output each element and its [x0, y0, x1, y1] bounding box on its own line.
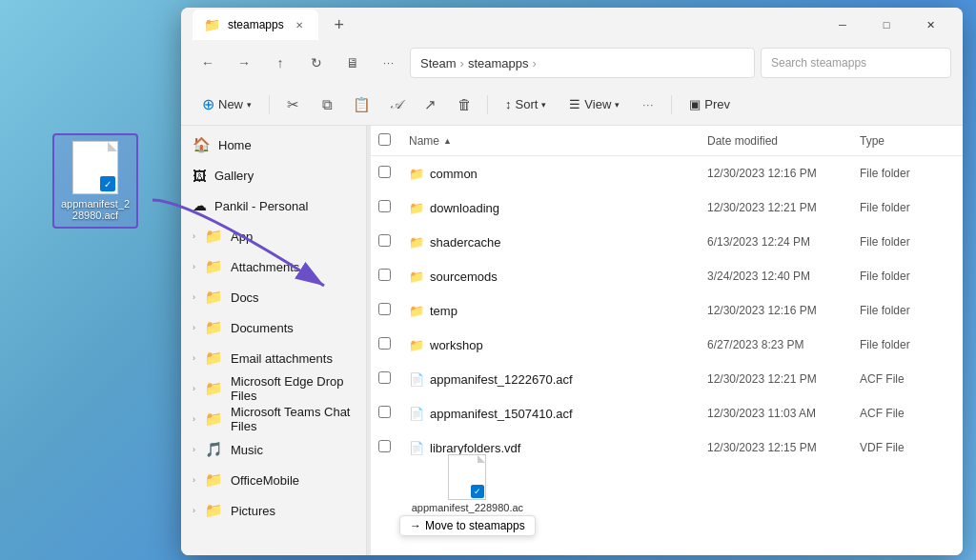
- sidebar-label-edge-drop: Microsoft Edge Drop Files: [231, 374, 355, 403]
- new-tab-button[interactable]: +: [326, 11, 353, 38]
- sidebar-label-gallery: Gallery: [214, 169, 254, 183]
- table-row[interactable]: 📄appmanifest_1222670.acf 12/30/2023 12:2…: [371, 362, 963, 396]
- file-type: ACF File: [860, 372, 955, 386]
- row-checkbox[interactable]: [378, 303, 409, 318]
- gallery-icon: 🖼: [193, 168, 207, 184]
- sidebar-item-music[interactable]: › 🎵 Music: [181, 434, 366, 465]
- desktop-file-icon: ✓ appmanifest_228980.acf: [52, 133, 138, 229]
- drag-area: ✓ appmanifest_228980.ac → Move to steama…: [371, 465, 963, 541]
- sidebar-item-edge-drop[interactable]: › 📁 Microsoft Edge Drop Files: [181, 373, 366, 404]
- sort-button[interactable]: ↕ Sort ▾: [496, 90, 556, 120]
- forward-button[interactable]: →: [229, 48, 259, 78]
- nav-bar: ← → ↑ ↻ 🖥 ··· Steam › steamapps › Search…: [181, 42, 963, 84]
- sidebar-label-app: App: [231, 230, 253, 244]
- breadcrumb-steamapps[interactable]: steamapps: [468, 56, 529, 70]
- breadcrumb-sep2: ›: [533, 56, 537, 70]
- sidebar: 🏠 Home 🖼 Gallery ☁ Pankil - Personal › 📁…: [181, 126, 367, 555]
- nav-more-button[interactable]: ···: [374, 48, 404, 78]
- sidebar-item-app[interactable]: › 📁 App: [181, 221, 366, 251]
- new-label: New: [218, 97, 243, 111]
- up-button[interactable]: ↑: [265, 48, 295, 78]
- folder-icon: 📁: [409, 167, 424, 181]
- breadcrumb-steam[interactable]: Steam: [420, 56, 457, 70]
- refresh-button[interactable]: ↻: [301, 48, 332, 78]
- file-date: 12/30/2023 11:03 AM: [707, 407, 860, 420]
- table-row[interactable]: 📁temp 12/30/2023 12:16 PM File folder: [371, 293, 963, 328]
- row-checkbox[interactable]: [378, 269, 409, 284]
- chevron-icon: ›: [193, 292, 195, 302]
- back-button[interactable]: ←: [193, 48, 223, 78]
- row-checkbox[interactable]: [378, 406, 409, 421]
- file-name: 📄appmanifest_1507410.acf: [409, 407, 707, 421]
- table-row[interactable]: 📁shadercache 6/13/2023 12:24 PM File fol…: [371, 225, 963, 259]
- paste-button[interactable]: 📋: [346, 90, 376, 120]
- rename-button[interactable]: 𝒜: [380, 90, 411, 120]
- folder-icon: 📁: [409, 304, 424, 318]
- row-checkbox[interactable]: [378, 337, 409, 352]
- more-options-button[interactable]: ···: [633, 90, 663, 120]
- sidebar-item-home[interactable]: 🏠 Home: [181, 130, 366, 160]
- row-checkbox[interactable]: [378, 440, 409, 455]
- table-row[interactable]: 📄appmanifest_1507410.acf 12/30/2023 11:0…: [371, 396, 963, 430]
- breadcrumb-bar[interactable]: Steam › steamapps ›: [410, 48, 755, 78]
- sidebar-item-personal[interactable]: ☁ Pankil - Personal: [181, 190, 366, 221]
- sidebar-item-documents[interactable]: › 📁 Documents: [181, 312, 366, 343]
- sidebar-label-docs: Docs: [231, 290, 259, 305]
- toolbar-separator-3: [671, 95, 672, 114]
- search-box[interactable]: Search steamapps: [761, 48, 951, 78]
- sidebar-label-music: Music: [231, 443, 263, 457]
- active-tab[interactable]: 📁 steamapps ✕: [193, 10, 318, 40]
- sidebar-item-email-attachments[interactable]: › 📁 Email attachments: [181, 343, 366, 373]
- table-row[interactable]: 📁downloading 12/30/2023 12:21 PM File fo…: [371, 190, 963, 225]
- folder-icon: 📁: [205, 350, 223, 367]
- delete-button[interactable]: 🗑: [449, 90, 479, 120]
- toolbar-separator-2: [487, 95, 488, 114]
- table-row[interactable]: 📁workshop 6/27/2023 8:23 PM File folder: [371, 328, 963, 362]
- file-date: 12/30/2023 12:21 PM: [707, 372, 860, 386]
- date-column-header[interactable]: Date modified: [707, 134, 860, 148]
- preview-pane-button[interactable]: ▣ Prev: [680, 90, 740, 120]
- folder-icon: 📁: [205, 289, 223, 306]
- name-column-header[interactable]: Name ▲: [409, 134, 707, 148]
- checkbox-header[interactable]: [378, 133, 409, 149]
- row-checkbox[interactable]: [378, 166, 409, 181]
- sidebar-item-officemobile[interactable]: › 📁 OfficeMobile: [181, 465, 366, 495]
- new-button[interactable]: ⊕ New ▾: [193, 90, 261, 120]
- cut-button[interactable]: ✂: [277, 90, 308, 120]
- share-button[interactable]: ↗: [415, 90, 445, 120]
- tab-close-button[interactable]: ✕: [292, 17, 307, 32]
- minimize-button[interactable]: ─: [822, 10, 864, 40]
- preview-label: Prev: [704, 97, 730, 111]
- view-icon: ☰: [569, 97, 580, 111]
- table-row[interactable]: 📄libraryfolders.vdf 12/30/2023 12:15 PM …: [371, 430, 963, 465]
- desktop-icon-label: appmanifest_228980.acf: [60, 198, 131, 221]
- file-date: 12/30/2023 12:21 PM: [707, 201, 860, 214]
- maximize-button[interactable]: □: [865, 10, 907, 40]
- row-checkbox[interactable]: [378, 371, 409, 387]
- sidebar-item-pictures[interactable]: › 📁 Pictures: [181, 495, 366, 526]
- drag-file-label: appmanifest_228980.ac: [412, 502, 523, 513]
- main-content: 🏠 Home 🖼 Gallery ☁ Pankil - Personal › 📁…: [181, 126, 963, 555]
- sidebar-item-gallery[interactable]: 🖼 Gallery: [181, 160, 366, 190]
- row-checkbox[interactable]: [378, 234, 409, 250]
- file-name: 📁temp: [409, 304, 707, 318]
- move-tooltip: → Move to steamapps: [399, 515, 536, 536]
- close-button[interactable]: ✕: [909, 10, 951, 40]
- copy-button[interactable]: ⧉: [312, 90, 342, 120]
- row-checkbox[interactable]: [378, 200, 409, 215]
- table-row[interactable]: 📁sourcemods 3/24/2023 12:40 PM File fold…: [371, 259, 963, 293]
- sidebar-item-teams-chat[interactable]: › 📁 Microsoft Teams Chat Files: [181, 404, 366, 434]
- sidebar-item-docs[interactable]: › 📁 Docs: [181, 282, 366, 312]
- sidebar-item-attachments[interactable]: › 📁 Attachments: [181, 251, 366, 282]
- table-row[interactable]: 📁common 12/30/2023 12:16 PM File folder: [371, 156, 963, 190]
- sort-chevron-icon: ▾: [541, 100, 546, 110]
- check-badge: ✓: [100, 176, 115, 191]
- view-button[interactable]: ☰ View ▾: [559, 90, 629, 120]
- tab-folder-icon: 📁: [204, 17, 220, 32]
- folder-icon: 📁: [205, 319, 223, 336]
- file-type: File folder: [860, 167, 955, 180]
- file-type: File folder: [860, 235, 955, 249]
- sort-label: Sort: [516, 97, 539, 111]
- select-all-checkbox[interactable]: [378, 133, 391, 146]
- computer-icon-button[interactable]: 🖥: [337, 48, 368, 78]
